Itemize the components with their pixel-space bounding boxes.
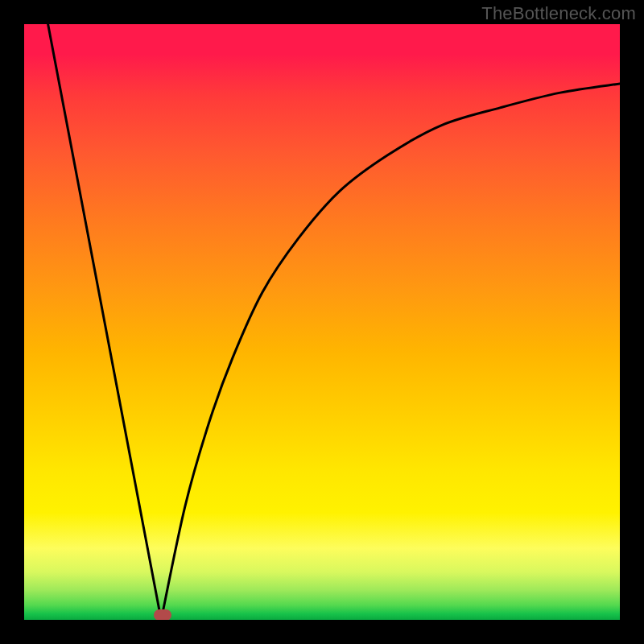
plot-area (24, 24, 620, 620)
curve-left (48, 24, 162, 620)
watermark-text: TheBottleneck.com (481, 3, 636, 24)
chart-frame: TheBottleneck.com (0, 0, 644, 644)
bottleneck-curve (24, 24, 620, 620)
curve-right (161, 84, 620, 620)
minimum-marker (154, 609, 171, 620)
